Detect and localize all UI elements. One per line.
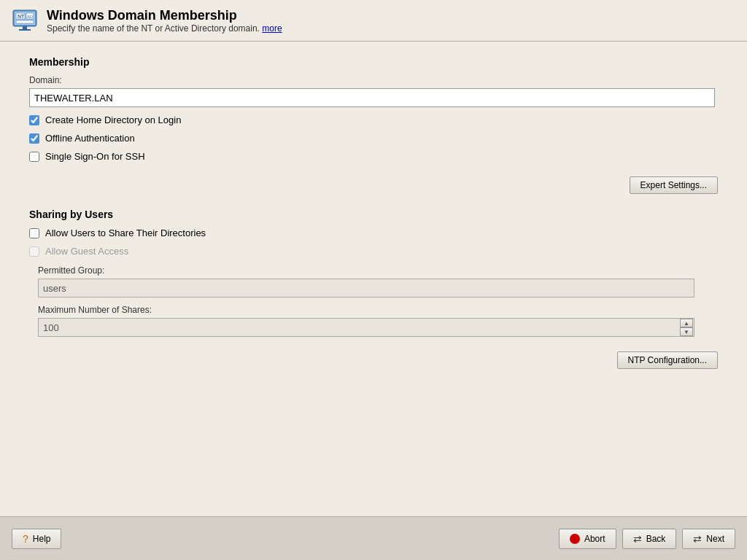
domain-label: Domain: <box>29 75 718 85</box>
expert-settings-button[interactable]: Expert Settings... <box>630 176 718 194</box>
allow-guest-row: Allow Guest Access <box>29 246 718 257</box>
spinner-down[interactable]: ▼ <box>680 327 693 336</box>
help-icon: ? <box>23 533 28 545</box>
allow-guest-checkbox[interactable] <box>29 246 39 257</box>
max-shares-input <box>38 318 694 337</box>
header-text: Windows Domain Membership Specify the na… <box>47 8 282 34</box>
domain-icon: NT AD <box>12 7 38 34</box>
allow-share-checkbox[interactable] <box>29 228 39 238</box>
main-content: Membership Domain: Create Home Directory… <box>0 42 747 516</box>
footer: ? Help Abort ⇄ Back ⇄ Next <box>0 516 747 560</box>
ssh-sso-row: Single Sign-On for SSH <box>29 151 718 162</box>
create-home-label: Create Home Directory on Login <box>45 114 181 125</box>
allow-share-row: Allow Users to Share Their Directories <box>29 228 718 238</box>
svg-rect-6 <box>19 29 31 31</box>
footer-left: ? Help <box>12 529 61 549</box>
max-shares-section: Maximum Number of Shares: ▲ ▼ <box>29 305 718 337</box>
spinner-up[interactable]: ▲ <box>680 319 693 327</box>
svg-rect-5 <box>23 26 27 29</box>
sharing-section: Sharing by Users Allow Users to Share Th… <box>29 209 718 337</box>
ssh-sso-label: Single Sign-On for SSH <box>45 151 145 162</box>
back-button[interactable]: ⇄ Back <box>622 529 677 549</box>
max-shares-wrapper: ▲ ▼ <box>38 318 694 337</box>
abort-button[interactable]: Abort <box>559 529 616 549</box>
svg-text:AD: AD <box>27 15 34 19</box>
expert-btn-row: Expert Settings... <box>29 176 718 194</box>
page-title: Windows Domain Membership <box>47 8 282 23</box>
next-icon: ⇄ <box>693 533 702 545</box>
back-icon: ⇄ <box>633 533 642 545</box>
help-button[interactable]: ? Help <box>12 529 61 549</box>
membership-section: Membership Domain: Create Home Directory… <box>29 56 718 162</box>
permitted-group-input <box>38 279 694 298</box>
more-link[interactable]: more <box>262 23 282 34</box>
page-subtitle: Specify the name of the NT or Active Dir… <box>47 23 282 34</box>
spinner-arrows: ▲ ▼ <box>680 319 693 336</box>
offline-auth-checkbox[interactable] <box>29 133 39 144</box>
ssh-sso-checkbox[interactable] <box>29 152 39 162</box>
permitted-group-section: Permitted Group: <box>29 265 718 298</box>
sharing-section-title: Sharing by Users <box>29 209 718 220</box>
offline-auth-label: Offline Authentication <box>45 133 135 144</box>
domain-input-wrapper <box>29 88 715 107</box>
footer-right: Abort ⇄ Back ⇄ Next <box>559 529 735 549</box>
max-shares-label: Maximum Number of Shares: <box>38 305 718 315</box>
allow-share-label: Allow Users to Share Their Directories <box>45 228 206 238</box>
ntp-configuration-button[interactable]: NTP Configuration... <box>617 351 719 369</box>
abort-icon <box>570 534 580 544</box>
domain-input[interactable] <box>29 88 715 107</box>
membership-section-title: Membership <box>29 56 718 68</box>
offline-auth-row: Offline Authentication <box>29 133 718 144</box>
svg-rect-4 <box>16 20 34 23</box>
create-home-checkbox[interactable] <box>29 115 39 125</box>
svg-text:NT: NT <box>18 14 25 19</box>
ntp-btn-row: NTP Configuration... <box>29 351 718 369</box>
permitted-group-label: Permitted Group: <box>38 265 718 276</box>
header: NT AD Windows Domain Membership Specify … <box>0 0 747 42</box>
next-button[interactable]: ⇄ Next <box>682 529 735 549</box>
allow-guest-label: Allow Guest Access <box>45 246 128 257</box>
create-home-row: Create Home Directory on Login <box>29 114 718 125</box>
